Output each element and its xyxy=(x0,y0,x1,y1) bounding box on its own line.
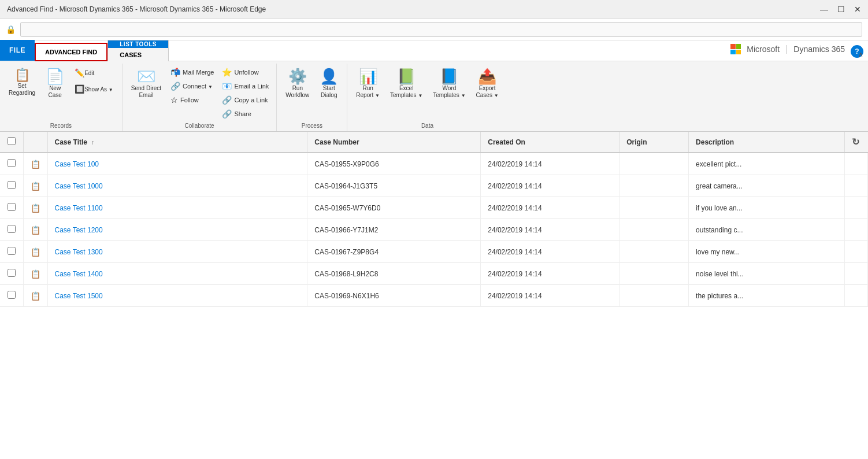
case-title-link[interactable]: Case Test 1500 xyxy=(55,292,103,300)
row-icon-cell: 📋 xyxy=(23,175,47,197)
row-case-title[interactable]: Case Test 1400 xyxy=(47,263,307,285)
row-checkbox-cell[interactable] xyxy=(0,263,23,285)
case-title-link[interactable]: Case Test 1300 xyxy=(55,248,103,256)
share-button[interactable]: 🔗 Share xyxy=(219,108,272,120)
connect-button[interactable]: 🔗 Connect ▼ xyxy=(168,80,217,92)
case-title-link[interactable]: Case Test 1200 xyxy=(55,226,103,234)
unfollow-label: Unfollow xyxy=(234,69,258,76)
send-direct-email-button[interactable]: ✉️ Send DirectEmail xyxy=(127,66,165,102)
row-checkbox-cell[interactable] xyxy=(0,285,23,307)
row-extra xyxy=(845,263,868,285)
row-checkbox-2[interactable] xyxy=(8,203,16,211)
mail-merge-icon: 📬 xyxy=(170,68,180,77)
row-checkbox-4[interactable] xyxy=(8,247,16,255)
header-refresh[interactable]: ↻ xyxy=(845,132,868,153)
export-cases-button[interactable]: 📤 ExportCases ▼ xyxy=(472,66,503,102)
email-a-link-button[interactable]: 📧 Email a Link xyxy=(219,80,272,92)
show-as-button[interactable]: 🔲 Show As ▼ xyxy=(71,82,117,97)
collaborate-buttons: ✉️ Send DirectEmail 📬 Mail Merge 🔗 Conne… xyxy=(127,66,272,120)
header-checkbox-cell[interactable] xyxy=(0,132,23,153)
case-type-icon: 📋 xyxy=(31,160,40,169)
select-all-checkbox[interactable] xyxy=(8,137,16,145)
edit-icon: ✏️ xyxy=(75,69,84,77)
microsoft-text: Microsoft xyxy=(747,45,780,54)
row-created-on: 24/02/2019 14:14 xyxy=(481,285,620,307)
row-case-title[interactable]: Case Test 1000 xyxy=(47,175,307,197)
refresh-icon[interactable]: ↻ xyxy=(852,137,859,147)
window-controls[interactable]: — ☐ ✕ xyxy=(820,5,861,14)
data-label: Data xyxy=(352,123,502,129)
word-icon: 📘 xyxy=(440,69,458,84)
row-icon-cell: 📋 xyxy=(23,197,47,219)
table-row: 📋 Case Test 1000 CAS-01964-J1G3T5 24/02/… xyxy=(0,175,868,197)
case-type-icon: 📋 xyxy=(31,247,40,257)
header-description[interactable]: Description xyxy=(689,132,845,153)
case-type-icon: 📋 xyxy=(31,203,40,213)
row-checkbox-3[interactable] xyxy=(8,225,16,233)
header-origin[interactable]: Origin xyxy=(620,132,689,153)
row-origin xyxy=(620,153,689,175)
row-description: great camera... xyxy=(689,175,845,197)
start-dialog-button[interactable]: 👤 StartDialog xyxy=(316,66,342,102)
start-dialog-label: StartDialog xyxy=(321,85,337,99)
table-row: 📋 Case Test 1100 CAS-01965-W7Y6D0 24/02/… xyxy=(0,197,868,219)
excel-templates-button[interactable]: 📗 ExcelTemplates ▼ xyxy=(386,66,426,102)
tab-advanced-find[interactable]: ADVANCED FIND xyxy=(35,43,107,61)
tab-file[interactable]: FILE xyxy=(0,40,35,61)
lock-icon: 🔒 xyxy=(6,25,16,34)
maximize-button[interactable]: ☐ xyxy=(837,5,845,14)
ribbon-collapse-button[interactable]: ∧ xyxy=(858,50,863,58)
export-icon: 📤 xyxy=(478,69,496,84)
row-extra xyxy=(845,241,868,263)
case-title-link[interactable]: Case Test 100 xyxy=(55,160,99,168)
excel-icon: 📗 xyxy=(397,69,416,84)
row-checkbox-cell[interactable] xyxy=(0,175,23,197)
row-created-on: 24/02/2019 14:14 xyxy=(481,219,620,241)
edit-button[interactable]: ✏️ Edit xyxy=(71,66,117,81)
send-email-icon: ✉️ xyxy=(137,69,155,84)
header-case-title[interactable]: Case Title ↑ xyxy=(47,132,307,153)
table-row: 📋 Case Test 1300 CAS-01967-Z9P8G4 24/02/… xyxy=(0,241,868,263)
case-title-link[interactable]: Case Test 1000 xyxy=(55,182,103,190)
connect-icon: 🔗 xyxy=(170,82,180,91)
share-icon: 🔗 xyxy=(222,109,232,119)
row-case-title[interactable]: Case Test 1200 xyxy=(47,219,307,241)
row-checkbox-6[interactable] xyxy=(8,291,16,299)
unfollow-button[interactable]: ⭐ Unfollow xyxy=(219,66,272,79)
address-input[interactable] xyxy=(20,22,862,37)
row-extra xyxy=(845,175,868,197)
new-case-button[interactable]: 📄 NewCase xyxy=(42,66,68,102)
row-checkbox-cell[interactable] xyxy=(0,219,23,241)
header-case-number[interactable]: Case Number xyxy=(307,132,481,153)
edit-label: Edit xyxy=(84,70,94,77)
branding: Microsoft | Dynamics 365 xyxy=(730,44,845,54)
row-checkbox-cell[interactable] xyxy=(0,153,23,175)
row-origin xyxy=(620,285,689,307)
row-checkbox-cell[interactable] xyxy=(0,241,23,263)
tab-cases[interactable]: CASES xyxy=(108,48,168,62)
row-case-title[interactable]: Case Test 100 xyxy=(47,153,307,175)
mail-merge-button[interactable]: 📬 Mail Merge xyxy=(168,66,217,79)
row-checkbox-cell[interactable] xyxy=(0,197,23,219)
run-workflow-button[interactable]: ⚙️ RunWorkflow xyxy=(281,66,313,102)
set-regarding-button[interactable]: 📋 SetRegarding xyxy=(5,66,39,99)
row-created-on: 24/02/2019 14:14 xyxy=(481,175,620,197)
row-checkbox-1[interactable] xyxy=(8,181,16,189)
row-checkbox-0[interactable] xyxy=(8,159,16,167)
case-title-link[interactable]: Case Test 1400 xyxy=(55,270,103,278)
row-case-title[interactable]: Case Test 1500 xyxy=(47,285,307,307)
minimize-button[interactable]: — xyxy=(820,5,828,14)
table-row: 📋 Case Test 1200 CAS-01966-Y7J1M2 24/02/… xyxy=(0,219,868,241)
close-button[interactable]: ✕ xyxy=(854,5,861,14)
row-case-title[interactable]: Case Test 1300 xyxy=(47,241,307,263)
row-description: noise level thi... xyxy=(689,263,845,285)
connect-label: Connect ▼ xyxy=(183,83,213,90)
row-case-title[interactable]: Case Test 1100 xyxy=(47,197,307,219)
run-report-button[interactable]: 📊 RunReport ▼ xyxy=(352,66,384,102)
header-created-on[interactable]: Created On xyxy=(481,132,620,153)
case-title-link[interactable]: Case Test 1100 xyxy=(55,204,103,212)
row-checkbox-5[interactable] xyxy=(8,269,16,277)
word-templates-button[interactable]: 📘 WordTemplates ▼ xyxy=(429,66,469,102)
follow-button[interactable]: ☆ Follow xyxy=(168,94,217,106)
copy-a-link-button[interactable]: 🔗 Copy a Link xyxy=(219,94,272,106)
